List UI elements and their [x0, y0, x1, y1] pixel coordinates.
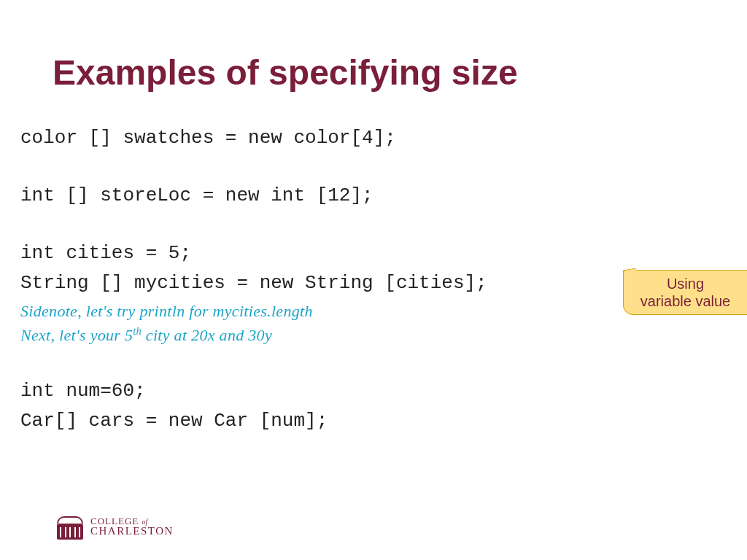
slide-title: Examples of specifying size	[53, 52, 518, 93]
seal-icon	[57, 513, 83, 540]
code-line-6: Car[] cars = new Car [num];	[20, 407, 732, 435]
code-line-2: int [] storeLoc = new int [12];	[20, 182, 732, 210]
college-logo: COLLEGE of CHARLESTON	[57, 513, 174, 540]
sidenote-2: Next, let's your 5th city at 20x and 30y	[20, 325, 732, 345]
code-line-1: color [] swatches = new color[4];	[20, 124, 732, 152]
code-line-5: int num=60;	[20, 377, 732, 405]
logo-row2: CHARLESTON	[90, 526, 174, 537]
callout-note: Using variable value	[623, 270, 747, 315]
sidenote-2-pre: Next, let's your 5	[20, 326, 133, 344]
callout-line2: variable value	[640, 293, 730, 309]
logo-text: COLLEGE of CHARLESTON	[90, 516, 174, 537]
sidenote-2-post: city at 20x and 30y	[142, 326, 272, 344]
sidenote-2-sup: th	[133, 325, 142, 337]
code-line-3: int cities = 5;	[20, 239, 732, 268]
callout-line1: Using	[667, 276, 704, 292]
